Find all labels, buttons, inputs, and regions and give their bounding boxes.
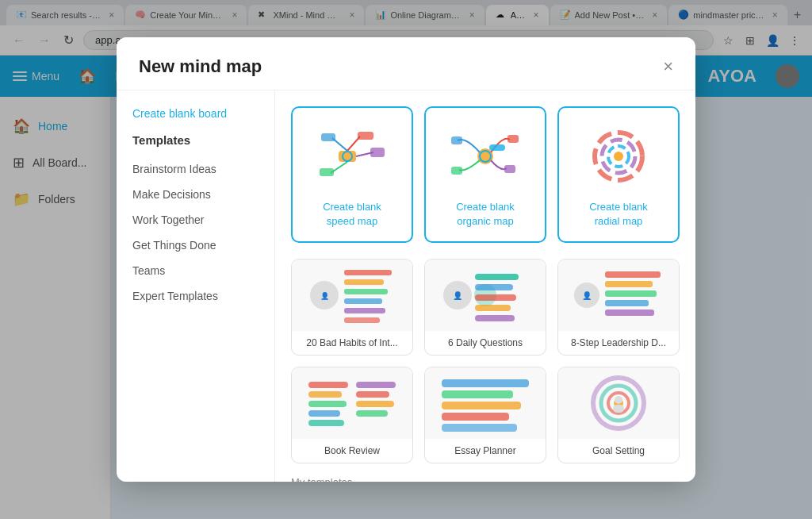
svg-rect-27 xyxy=(344,308,385,313)
modal-header: New mind map × xyxy=(117,37,695,90)
template-card-bad-habits[interactable]: 👤 20 Bad Habits of Int... xyxy=(291,259,413,356)
svg-rect-14 xyxy=(489,144,505,151)
svg-rect-43 xyxy=(605,309,654,316)
svg-rect-41 xyxy=(605,290,657,297)
svg-rect-55 xyxy=(442,402,521,409)
template-card-essay-planner[interactable]: Essay Planner xyxy=(424,367,546,463)
speed-map-label: Create blankspeed map xyxy=(323,200,381,229)
template-name-bad-habits: 20 Bad Habits of Int... xyxy=(292,331,412,355)
organic-map-preview xyxy=(434,121,537,192)
svg-rect-54 xyxy=(442,390,513,398)
template-thumb-essay-planner xyxy=(425,367,546,439)
svg-rect-4 xyxy=(358,132,373,140)
category-get-things[interactable]: Get Things Done xyxy=(117,233,274,258)
svg-rect-51 xyxy=(356,401,394,407)
svg-rect-39 xyxy=(605,271,661,278)
svg-rect-63 xyxy=(613,405,624,413)
svg-rect-0 xyxy=(339,151,356,162)
template-thumb-bad-habits: 👤 xyxy=(292,260,412,331)
category-teams[interactable]: Teams xyxy=(117,258,274,283)
template-card-goal-setting[interactable]: Goal Setting xyxy=(557,367,680,463)
svg-text:👤: 👤 xyxy=(453,290,463,301)
create-blank-section: Create blank board xyxy=(117,106,274,133)
svg-rect-12 xyxy=(451,136,462,144)
template-card-leadership[interactable]: 👤 8-Step Leadership D... xyxy=(557,259,680,356)
svg-text:👤: 👤 xyxy=(582,290,592,301)
svg-rect-24 xyxy=(344,279,384,285)
template-thumb-daily-questions: 👤 xyxy=(425,260,546,331)
category-brainstorm[interactable]: Brainstorm Ideas xyxy=(117,156,274,182)
svg-rect-33 xyxy=(475,284,513,290)
template-name-essay-planner: Essay Planner xyxy=(425,439,546,463)
template-grid: 👤 20 Bad Habits of Int... xyxy=(291,259,680,463)
my-templates-label: My templates xyxy=(291,476,680,482)
svg-rect-49 xyxy=(356,382,396,388)
svg-rect-36 xyxy=(475,315,515,321)
svg-rect-48 xyxy=(308,420,344,426)
right-panel: Create blankspeed map xyxy=(275,90,695,482)
template-name-goal-setting: Goal Setting xyxy=(558,439,679,463)
template-thumb-goal-setting xyxy=(558,367,679,439)
create-blank-board-link[interactable]: Create blank board xyxy=(132,107,227,120)
new-mind-map-modal: New mind map × Create blank board Templa… xyxy=(117,37,695,482)
blank-boards-row: Create blankspeed map xyxy=(291,106,680,243)
svg-rect-2 xyxy=(321,133,335,141)
radial-map-label: Create blankradial map xyxy=(589,200,648,229)
organic-map-label: Create blankorganic map xyxy=(456,200,515,229)
create-radial-map-card[interactable]: Create blankradial map xyxy=(557,106,680,243)
svg-rect-44 xyxy=(308,382,348,388)
category-decisions[interactable]: Make Decisions xyxy=(117,182,274,207)
svg-rect-46 xyxy=(308,401,347,407)
svg-rect-16 xyxy=(504,165,515,173)
templates-heading: Templates xyxy=(117,133,274,147)
svg-rect-28 xyxy=(344,317,380,323)
modal-title: New mind map xyxy=(139,56,262,77)
svg-rect-23 xyxy=(344,270,392,275)
create-speed-map-card[interactable]: Create blankspeed map xyxy=(291,106,413,243)
template-name-book-review: Book Review xyxy=(292,439,412,463)
svg-point-62 xyxy=(615,396,622,404)
svg-rect-40 xyxy=(605,281,653,287)
svg-point-20 xyxy=(614,152,623,161)
svg-text:👤: 👤 xyxy=(320,291,330,301)
svg-rect-57 xyxy=(442,424,517,432)
svg-rect-25 xyxy=(344,289,388,294)
svg-rect-35 xyxy=(475,305,511,311)
modal-close-button[interactable]: × xyxy=(663,58,673,75)
svg-rect-26 xyxy=(344,298,382,304)
svg-rect-42 xyxy=(605,300,649,306)
category-expert[interactable]: Expert Templates xyxy=(117,283,274,309)
svg-rect-50 xyxy=(356,391,389,398)
template-thumb-leadership: 👤 xyxy=(558,260,679,331)
svg-rect-45 xyxy=(308,391,342,398)
svg-rect-34 xyxy=(475,294,516,301)
speed-map-preview xyxy=(301,121,404,192)
svg-rect-53 xyxy=(442,379,529,387)
svg-rect-8 xyxy=(370,148,385,157)
svg-rect-56 xyxy=(442,413,509,421)
svg-rect-47 xyxy=(308,410,340,417)
modal-body: Create blank board Templates Brainstorm … xyxy=(117,90,695,482)
template-thumb-book-review xyxy=(292,367,412,439)
template-card-book-review[interactable]: Book Review xyxy=(291,367,413,463)
category-work-together[interactable]: Work Together xyxy=(117,207,274,233)
left-panel: Create blank board Templates Brainstorm … xyxy=(117,90,275,482)
create-organic-map-card[interactable]: Create blankorganic map xyxy=(424,106,546,243)
svg-rect-15 xyxy=(451,167,462,175)
template-card-daily-questions[interactable]: 👤 6 Daily Questions xyxy=(424,259,546,356)
radial-map-preview xyxy=(567,121,670,192)
template-name-leadership: 8-Step Leadership D... xyxy=(558,331,679,355)
svg-rect-52 xyxy=(356,410,388,417)
svg-rect-6 xyxy=(320,168,334,176)
my-templates-section: My templates xyxy=(291,476,680,482)
svg-rect-32 xyxy=(475,274,519,280)
modal-overlay[interactable]: New mind map × Create blank board Templa… xyxy=(0,0,812,519)
template-name-daily-questions: 6 Daily Questions xyxy=(425,331,546,355)
svg-rect-13 xyxy=(508,135,519,143)
